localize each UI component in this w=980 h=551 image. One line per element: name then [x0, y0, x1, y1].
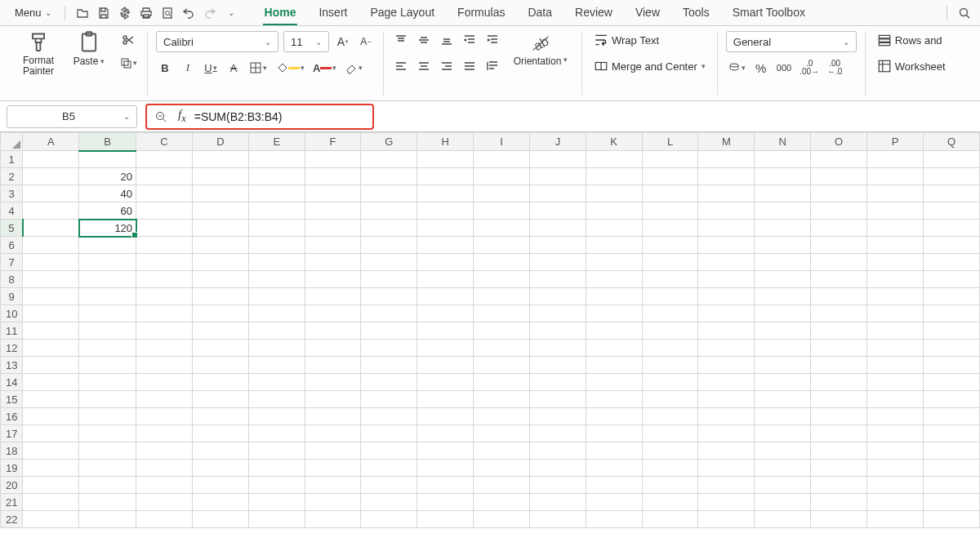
font-color-button[interactable]: A▾ [311, 59, 338, 77]
cell[interactable] [136, 357, 193, 374]
cell[interactable] [755, 288, 811, 305]
copy-button[interactable]: ▾ [118, 54, 139, 72]
cell[interactable] [248, 305, 305, 322]
align-center-button[interactable] [415, 57, 433, 75]
cell[interactable] [79, 271, 136, 288]
cell[interactable] [305, 185, 361, 202]
rows-and-button[interactable]: Rows and [874, 31, 949, 49]
cell[interactable] [248, 460, 305, 477]
cell[interactable] [755, 408, 811, 425]
cell[interactable] [417, 340, 474, 357]
rtl-button[interactable] [483, 57, 501, 75]
cell[interactable] [417, 271, 474, 288]
cell[interactable] [79, 442, 136, 460]
cell[interactable] [248, 494, 305, 511]
cell[interactable] [867, 237, 924, 254]
cell[interactable] [867, 202, 924, 220]
cell[interactable] [361, 220, 417, 237]
cell[interactable] [23, 425, 79, 442]
cell[interactable] [867, 305, 924, 322]
cell[interactable] [305, 391, 361, 408]
cell[interactable] [586, 220, 642, 237]
cell[interactable] [305, 151, 361, 168]
open-icon[interactable] [74, 4, 91, 22]
cell[interactable] [192, 220, 248, 237]
cell[interactable] [305, 408, 361, 425]
cell[interactable] [811, 425, 867, 442]
cell[interactable] [867, 425, 924, 442]
cell[interactable] [474, 254, 530, 271]
column-header[interactable]: O [811, 133, 867, 151]
cell[interactable] [755, 340, 811, 357]
cell[interactable] [248, 220, 305, 237]
cell[interactable] [642, 477, 698, 494]
cell[interactable] [417, 288, 474, 305]
cell[interactable] [474, 477, 530, 494]
cell[interactable] [192, 511, 248, 528]
cell[interactable] [136, 271, 193, 288]
cell[interactable] [361, 374, 417, 391]
cell[interactable] [923, 425, 979, 442]
cell[interactable] [136, 168, 193, 185]
align-left-button[interactable] [392, 57, 410, 75]
column-header[interactable]: Q [923, 133, 979, 151]
row-header[interactable]: 15 [1, 391, 23, 408]
column-header[interactable]: G [361, 133, 417, 151]
cell[interactable] [642, 237, 698, 254]
cell[interactable] [79, 425, 136, 442]
row-header[interactable]: 4 [1, 202, 23, 220]
cell[interactable] [755, 425, 811, 442]
cell[interactable] [698, 254, 755, 271]
cell[interactable] [642, 185, 698, 202]
column-header[interactable]: M [698, 133, 755, 151]
cell[interactable] [474, 271, 530, 288]
cell[interactable] [23, 322, 79, 340]
cell[interactable] [698, 511, 755, 528]
row-header[interactable]: 11 [1, 322, 23, 340]
cell[interactable] [248, 357, 305, 374]
cell[interactable] [23, 477, 79, 494]
row-header[interactable]: 17 [1, 425, 23, 442]
cell[interactable] [755, 237, 811, 254]
cell[interactable] [305, 374, 361, 391]
cell[interactable] [642, 322, 698, 340]
cell[interactable] [811, 305, 867, 322]
cell[interactable] [136, 220, 193, 237]
cell[interactable] [79, 391, 136, 408]
row-header[interactable]: 8 [1, 271, 23, 288]
cell[interactable] [361, 271, 417, 288]
cell[interactable] [755, 305, 811, 322]
cell[interactable] [417, 477, 474, 494]
cell[interactable] [811, 494, 867, 511]
row-header[interactable]: 3 [1, 185, 23, 202]
cell[interactable] [867, 477, 924, 494]
cell[interactable] [361, 391, 417, 408]
cell[interactable] [417, 185, 474, 202]
cell[interactable] [192, 425, 248, 442]
print-preview-icon[interactable] [158, 4, 176, 22]
cell[interactable] [474, 391, 530, 408]
cell[interactable] [642, 271, 698, 288]
cell[interactable] [811, 202, 867, 220]
cell[interactable] [642, 202, 698, 220]
cell[interactable] [867, 494, 924, 511]
cell[interactable] [361, 151, 417, 168]
cell[interactable] [529, 271, 586, 288]
menu-button[interactable]: Menu ⌄ [7, 4, 56, 21]
cell[interactable] [698, 340, 755, 357]
cell[interactable] [361, 357, 417, 374]
cell[interactable] [417, 357, 474, 374]
cell[interactable] [192, 185, 248, 202]
cell[interactable] [305, 425, 361, 442]
spreadsheet-grid[interactable]: ABCDEFGHIJKLMNOPQ12203404605120678910111… [0, 132, 980, 528]
cell[interactable] [192, 408, 248, 425]
cell[interactable] [248, 442, 305, 460]
cell[interactable] [23, 460, 79, 477]
cell[interactable] [867, 185, 924, 202]
cell[interactable] [642, 168, 698, 185]
cell[interactable]: 20 [79, 168, 136, 185]
cell[interactable] [23, 391, 79, 408]
cell[interactable] [586, 494, 642, 511]
cell[interactable] [361, 408, 417, 425]
cell[interactable] [23, 254, 79, 271]
